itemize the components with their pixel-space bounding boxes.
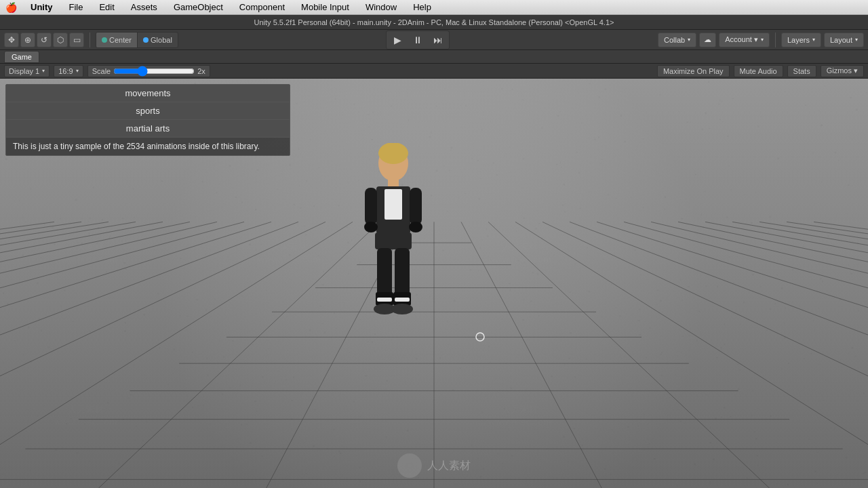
layout-chevron: ▾ — [855, 37, 858, 43]
anim-sports[interactable]: sports — [6, 102, 290, 120]
pivot-toggle: Center Global — [96, 32, 178, 48]
toolbar: ✥ ⊕ ↺ ⬡ ▭ Center Global ▶ ⏸ ⏭ Collab ▾ ☁… — [0, 30, 868, 50]
pause-btn[interactable]: ⏸ — [408, 33, 427, 47]
aspect-label: 16:9 — [58, 67, 73, 75]
scale-tool[interactable]: ⬡ — [53, 33, 68, 47]
aspect-chevron: ▾ — [76, 68, 79, 74]
rotate-tool[interactable]: ↺ — [37, 33, 52, 47]
center-btn[interactable]: Center — [96, 33, 138, 47]
window-menu[interactable]: Window — [363, 2, 399, 12]
display-chevron: ▾ — [42, 68, 45, 74]
file-menu[interactable]: File — [66, 2, 86, 12]
display-selector[interactable]: Display 1 ▾ — [4, 65, 50, 77]
hand-tool[interactable]: ✥ — [4, 33, 19, 47]
gizmos-btn[interactable]: Gizmos ▾ — [821, 65, 864, 77]
unity-menu[interactable]: Unity — [28, 2, 56, 12]
scale-control[interactable]: Scale 2x — [87, 65, 210, 77]
svg-rect-17 — [395, 298, 410, 302]
maximize-on-play-btn[interactable]: Maximize On Play — [657, 65, 730, 77]
title-text: Unity 5.5.2f1 Personal (64bit) - main.un… — [254, 18, 614, 26]
gameobject-menu[interactable]: GameObject — [171, 2, 226, 12]
center-label: Center — [109, 36, 132, 44]
bottom-logo: 人人素材 — [397, 453, 471, 478]
mute-label: Mute Audio — [740, 67, 777, 75]
step-btn[interactable]: ⏭ — [429, 33, 448, 47]
mobile-input-menu[interactable]: Mobile Input — [298, 2, 352, 12]
apple-menu[interactable]: 🍎 — [5, 2, 17, 13]
account-label: Account ▾ — [725, 35, 758, 44]
main-area: Game Display 1 ▾ 16:9 ▾ Scale 2x Maximiz… — [0, 50, 868, 488]
game-toolbar: Display 1 ▾ 16:9 ▾ Scale 2x Maximize On … — [0, 64, 868, 79]
account-btn[interactable]: Account ▾ ▾ — [719, 33, 770, 47]
global-btn[interactable]: Global — [138, 33, 178, 47]
rect-tool[interactable]: ▭ — [69, 33, 84, 47]
mute-audio-btn[interactable]: Mute Audio — [734, 65, 783, 77]
scale-label: Scale — [92, 67, 111, 75]
svg-rect-4 — [384, 189, 402, 220]
game-toolbar-right: Maximize On Play Mute Audio Stats Gizmos… — [657, 65, 864, 77]
svg-point-20 — [408, 464, 412, 468]
center-dot — [102, 37, 107, 43]
collab-btn[interactable]: Collab ▾ — [658, 33, 696, 47]
anim-description: This is just a tiny sample of the 2534 a… — [6, 138, 290, 155]
animation-list: movements sports martial arts This is ju… — [5, 84, 290, 156]
layers-chevron: ▾ — [812, 37, 815, 43]
aspect-selector[interactable]: 16:9 ▾ — [54, 65, 83, 77]
game-tab-label: Game — [12, 53, 32, 61]
global-label: Global — [151, 36, 172, 44]
title-bar: Unity 5.5.2f1 Personal (64bit) - main.un… — [0, 15, 868, 30]
logo-icon — [397, 453, 422, 478]
scale-value: 2x — [197, 67, 205, 75]
move-tool[interactable]: ⊕ — [20, 33, 35, 47]
maximize-label: Maximize On Play — [663, 67, 724, 75]
stats-btn[interactable]: Stats — [787, 65, 816, 77]
mac-menubar: 🍎 Unity File Edit Assets GameObject Comp… — [0, 0, 868, 15]
sep2 — [775, 33, 776, 47]
layout-btn[interactable]: Layout ▾ — [824, 33, 864, 47]
svg-point-15 — [391, 304, 413, 314]
stats-label: Stats — [793, 67, 810, 75]
gizmos-label: Gizmos ▾ — [827, 66, 858, 75]
svg-point-7 — [364, 222, 378, 232]
collab-chevron: ▾ — [688, 37, 690, 43]
logo-text: 人人素材 — [427, 459, 471, 473]
sep1 — [90, 33, 90, 47]
svg-point-1 — [378, 143, 408, 164]
svg-rect-2 — [388, 178, 399, 186]
display-label: Display 1 — [9, 67, 39, 75]
play-controls: ▶ ⏸ ⏭ — [386, 30, 450, 49]
play-btn[interactable]: ▶ — [388, 33, 407, 47]
transform-tools: ✥ ⊕ ↺ ⬡ ▭ — [4, 33, 84, 47]
help-menu[interactable]: Help — [410, 2, 434, 12]
cloud-btn[interactable]: ☁ — [699, 33, 716, 47]
tab-bar: Game — [0, 50, 868, 64]
svg-point-8 — [409, 222, 422, 232]
svg-rect-16 — [377, 298, 392, 302]
component-menu[interactable]: Component — [237, 2, 288, 12]
svg-rect-5 — [365, 188, 377, 225]
anim-movements[interactable]: movements — [6, 85, 290, 102]
layers-label: Layers — [787, 36, 810, 44]
scale-slider[interactable] — [113, 67, 195, 75]
viewport[interactable]: 人人素材www.rr-sc.com 人人素材www.rr-sc.com 人人素材… — [0, 79, 868, 488]
character-3d — [353, 143, 434, 353]
layout-label: Layout — [830, 36, 852, 44]
edit-menu[interactable]: Edit — [96, 2, 117, 12]
global-dot — [143, 37, 149, 43]
collab-label: Collab — [664, 36, 685, 44]
account-chevron: ▾ — [761, 37, 764, 43]
layers-btn[interactable]: Layers ▾ — [781, 33, 821, 47]
assets-menu[interactable]: Assets — [128, 2, 160, 12]
svg-rect-6 — [410, 188, 422, 225]
game-tab[interactable]: Game — [4, 51, 39, 63]
anim-martial-arts[interactable]: martial arts — [6, 120, 290, 138]
svg-rect-9 — [375, 232, 412, 249]
